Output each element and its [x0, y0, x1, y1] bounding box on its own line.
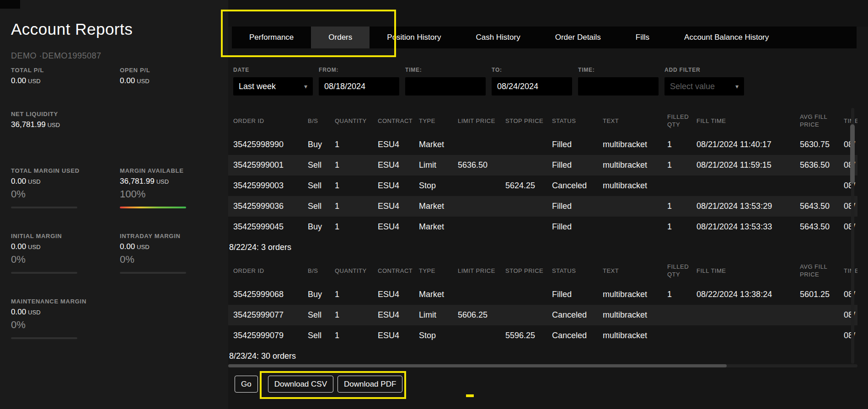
margin-progress-bar	[11, 272, 77, 274]
stat-maintenance-margin: MAINTENANCE MARGIN 0.00USD 0%	[11, 298, 120, 339]
table-cell: Filled	[552, 160, 603, 170]
table-row[interactable]: 35425999003Sell1ESU4Stop5624.25Canceledm…	[228, 175, 857, 196]
table-cell: Limit	[419, 160, 458, 170]
table-cell: Sell	[308, 160, 335, 170]
table-cell: Filled	[552, 290, 603, 299]
add-filter-label: ADD FILTER	[664, 67, 744, 73]
table-cell: 1	[335, 222, 378, 232]
add-filter-select[interactable]: Select value ▾	[664, 77, 744, 96]
from-date-label: FROM:	[319, 67, 399, 73]
table-cell: 1	[667, 160, 697, 170]
stat-label: TOTAL P/L	[11, 67, 120, 74]
table-cell: multibracket	[603, 140, 667, 149]
stat-value: 0.00USD	[120, 242, 219, 251]
table-row[interactable]: 35425999077Sell1ESU4Limit5606.25Canceled…	[228, 305, 857, 325]
table-cell: Market	[419, 290, 458, 299]
from-time-input[interactable]	[405, 77, 486, 96]
to-date-input[interactable]	[492, 77, 572, 96]
stats-row-maintenance: MAINTENANCE MARGIN 0.00USD 0%	[11, 298, 219, 339]
table-cell: 08/	[844, 202, 857, 211]
stat-value: 36,781.99USD	[11, 120, 120, 129]
go-button[interactable]: Go	[235, 376, 258, 393]
stat-initial-margin: INITIAL MARGIN 0.00USD 0%	[11, 233, 120, 274]
stat-intraday-margin: INTRADAY MARGIN 0.00USD 0%	[120, 233, 219, 274]
table-row[interactable]: 35425999045Buy1ESU4MarketFilled108/21/20…	[228, 217, 857, 237]
tab-cash-history[interactable]: Cash History	[458, 27, 537, 48]
chevron-down-icon: ▾	[304, 83, 307, 90]
tab-fills[interactable]: Fills	[618, 27, 667, 48]
table-row[interactable]: 35425999036Sell1ESU4MarketFilled108/21/2…	[228, 196, 857, 217]
margin-progress-bar	[120, 207, 186, 208]
stats-row-initial-intraday: INITIAL MARGIN 0.00USD 0% INTRADAY MARGI…	[11, 233, 219, 274]
table-cell: Market	[419, 202, 458, 211]
table-cell: 1	[667, 290, 697, 299]
tab-performance[interactable]: Performance	[232, 27, 311, 48]
horizontal-scrollbar-track[interactable]	[228, 364, 857, 367]
table-cell: 35425999003	[233, 181, 308, 191]
column-header: TEXT	[603, 267, 667, 275]
from-date-input[interactable]	[319, 77, 399, 96]
column-header: STATUS	[552, 117, 603, 125]
table-header-row: ORDER IDB/SQUANTITYCONTRACTTYPELIMIT PRI…	[228, 258, 857, 284]
stat-value: 0.00USD	[11, 76, 120, 85]
table-cell: 08/	[844, 290, 857, 299]
stat-value: 0.00USD	[11, 308, 120, 317]
orders-table-area: ORDER IDB/SQUANTITYCONTRACTTYPELIMIT PRI…	[228, 108, 857, 367]
download-csv-button[interactable]: Download CSV	[268, 376, 333, 393]
table-cell: Canceled	[552, 310, 603, 320]
table-cell: 08/	[844, 331, 857, 340]
tab-position-history[interactable]: Position History	[370, 27, 458, 48]
download-pdf-button[interactable]: Download PDF	[338, 376, 402, 393]
table-cell: 1	[667, 202, 697, 211]
tab-orders[interactable]: Orders	[311, 27, 370, 48]
table-row[interactable]: 35425998990Buy1ESU4MarketFilledmultibrac…	[228, 134, 857, 155]
table-cell: 35425999001	[233, 160, 308, 170]
stat-percent: 0%	[11, 188, 120, 200]
table-cell: 08/21/2024 11:40:17	[697, 140, 800, 149]
column-header: QUANTITY	[335, 117, 378, 125]
actions-row: Go Download CSV Download PDF	[235, 376, 402, 393]
stat-value: 0.00USD	[120, 76, 219, 85]
tab-order-details[interactable]: Order Details	[538, 27, 618, 48]
table-row[interactable]: 35425999068Buy1ESU4MarketFilledmultibrac…	[228, 284, 857, 305]
tab-account-balance-history[interactable]: Account Balance History	[667, 27, 786, 48]
stat-percent: 0%	[11, 319, 120, 331]
page-title: Account Reports	[11, 20, 133, 38]
table-cell: 5596.25	[505, 331, 552, 340]
to-time-input[interactable]	[578, 77, 659, 96]
table-cell: ESU4	[378, 140, 419, 149]
column-header: STATUS	[552, 267, 603, 275]
table-cell: Sell	[308, 310, 335, 320]
table-cell: Sell	[308, 181, 335, 191]
stat-percent: 100%	[120, 188, 219, 200]
column-header: LIMIT PRICE	[458, 267, 505, 275]
table-cell: ESU4	[378, 331, 419, 340]
filter-bar: DATE Last week ▾ FROM: TIME: TO: TIME:	[233, 67, 744, 96]
column-header: STOP PRICE	[505, 117, 552, 125]
stats-row-margin-used: TOTAL MARGIN USED 0.00USD 0% MARGIN AVAI…	[11, 167, 219, 208]
date-range-select[interactable]: Last week ▾	[233, 77, 313, 96]
table-cell: Limit	[419, 310, 458, 320]
column-header: CONTRACT	[378, 117, 419, 125]
table-cell: 35425999045	[233, 222, 308, 232]
table-cell: 5606.25	[458, 310, 505, 320]
table-row[interactable]: 35425999079Sell1ESU4Stop5596.25Canceledm…	[228, 325, 857, 346]
stats-row-liquidity: NET LIQUIDITY 36,781.99USD	[11, 111, 219, 129]
table-row[interactable]: 35425999001Sell1ESU4Limit5636.50Filledmu…	[228, 155, 857, 175]
table-cell: Canceled	[552, 181, 603, 191]
vertical-scrollbar-thumb[interactable]	[850, 124, 855, 184]
table-cell: Filled	[552, 222, 603, 232]
order-group-heading: 8/22/24: 3 orders	[228, 237, 857, 258]
account-subtitle: DEMO ·DEMO1995087	[11, 51, 102, 61]
table-cell: 5636.50	[458, 160, 505, 170]
table-cell: ESU4	[378, 222, 419, 232]
order-group-heading: 8/23/24: 30 orders	[228, 346, 857, 367]
table-cell: ESU4	[378, 181, 419, 191]
table-cell: 1	[335, 290, 378, 299]
stat-value: 36,781.99USD	[120, 177, 219, 186]
stat-label: OPEN P/L	[120, 67, 219, 74]
table-cell: 1	[335, 310, 378, 320]
horizontal-scrollbar-thumb[interactable]	[228, 364, 727, 367]
table-cell: 1	[335, 140, 378, 149]
table-cell: 5643.50	[800, 202, 844, 211]
